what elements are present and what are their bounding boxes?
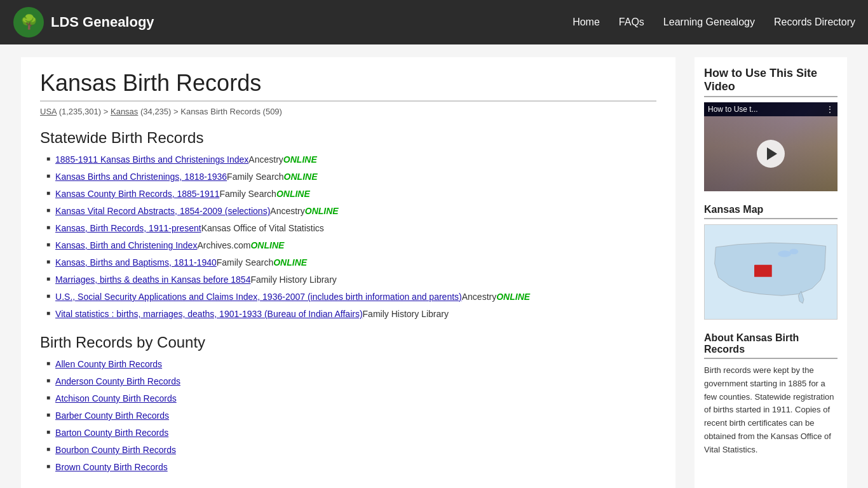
online-badge: ONLINE	[276, 187, 310, 201]
record-link[interactable]: U.S., Social Security Applications and C…	[55, 290, 462, 304]
online-badge: ONLINE	[250, 239, 284, 252]
list-item: Barton County Birth Records	[46, 426, 656, 440]
record-link[interactable]: Kansas County Birth Records, 1885-1911	[55, 187, 219, 201]
page-wrapper: Kansas Birth Records USA (1,235,301) > K…	[0, 44, 868, 488]
svg-point-4	[789, 249, 798, 255]
breadcrumb-usa[interactable]: USA	[40, 107, 57, 116]
list-item: Bourbon County Birth Records	[46, 444, 656, 457]
breadcrumb-sep1: >	[104, 107, 111, 116]
about-section-title: About Kansas Birth Records	[704, 332, 837, 359]
county-record-link[interactable]: Anderson County Birth Records	[55, 375, 180, 388]
record-link[interactable]: Marriages, births & deaths in Kansas bef…	[55, 273, 250, 287]
record-provider: Family History Library	[250, 273, 336, 287]
list-item: Anderson County Birth Records	[46, 375, 656, 388]
sidebar-about-section: About Kansas Birth Records Birth records…	[704, 332, 837, 457]
main-content: Kansas Birth Records USA (1,235,301) > K…	[21, 57, 675, 488]
county-records-list: Allen County Birth RecordsAnderson Count…	[40, 358, 656, 474]
list-item: Kansas, Births and Baptisms, 1811-1940 F…	[46, 256, 656, 269]
list-item: Vital statistics : births, marriages, de…	[46, 308, 656, 321]
county-record-link[interactable]: Brown County Birth Records	[55, 461, 168, 474]
about-text: Birth records were kept by the governmen…	[704, 364, 837, 457]
kansas-map[interactable]	[704, 224, 837, 320]
list-item: Brown County Birth Records	[46, 461, 656, 474]
online-badge: ONLINE	[305, 205, 339, 218]
record-provider: Ancestry	[270, 205, 304, 218]
list-item: Marriages, births & deaths in Kansas bef…	[46, 273, 656, 287]
county-record-link[interactable]: Allen County Birth Records	[55, 358, 162, 371]
list-item: Kansas Vital Record Abstracts, 1854-2009…	[46, 205, 656, 218]
video-overlay	[704, 116, 837, 191]
sidebar-video-section: How to Use This Site Video How to Use t.…	[704, 67, 837, 191]
nav-home[interactable]: Home	[573, 17, 600, 28]
list-item: Kansas, Birth Records, 1911-present Kans…	[46, 222, 656, 235]
record-link[interactable]: 1885-1911 Kansas Births and Christenings…	[55, 153, 248, 166]
breadcrumb-usa-count: (1,235,301)	[59, 107, 102, 116]
record-provider: Ancestry	[462, 290, 496, 304]
county-record-link[interactable]: Bourbon County Birth Records	[55, 444, 176, 457]
record-provider: Ancestry	[248, 153, 283, 166]
list-item: Allen County Birth Records	[46, 358, 656, 371]
svg-rect-5	[754, 265, 772, 277]
breadcrumb-kansas[interactable]: Kansas	[111, 107, 138, 116]
record-provider: Family History Library	[363, 308, 449, 321]
play-button[interactable]	[757, 140, 785, 168]
record-provider: Family Search	[227, 170, 283, 184]
navigation: 🌳 LDS Genealogy Home FAQs Learning Genea…	[0, 0, 868, 44]
video-bar-text: How to Use t...	[708, 105, 758, 114]
list-item: Kansas County Birth Records, 1885-1911 F…	[46, 187, 656, 201]
nav-links: Home FAQs Learning Genealogy Records Dir…	[573, 17, 855, 28]
record-link[interactable]: Kansas, Births and Baptisms, 1811-1940	[55, 256, 217, 269]
record-provider: Archives.com	[197, 239, 250, 252]
record-link[interactable]: Vital statistics : births, marriages, de…	[55, 308, 363, 321]
online-badge: ONLINE	[283, 153, 317, 166]
record-provider: Family Search	[219, 187, 276, 201]
breadcrumb-end: > Kansas Birth Records (509)	[173, 107, 282, 116]
record-link[interactable]: Kansas, Birth Records, 1911-present	[55, 222, 201, 235]
online-badge: ONLINE	[496, 290, 530, 304]
online-badge: ONLINE	[284, 170, 318, 184]
map-svg	[705, 225, 837, 319]
logo-text: LDS Genealogy	[51, 14, 154, 30]
statewide-records-list: 1885-1911 Kansas Births and Christenings…	[40, 153, 656, 321]
county-section-title: Birth Records by County	[40, 334, 656, 351]
record-provider: Kansas Office of Vital Statistics	[201, 222, 324, 235]
county-record-link[interactable]: Barber County Birth Records	[55, 409, 169, 423]
nav-learning[interactable]: Learning Genealogy	[663, 17, 755, 28]
nav-faqs[interactable]: FAQs	[619, 17, 644, 28]
video-menu-icon: ⋮	[826, 105, 834, 114]
map-section-title: Kansas Map	[704, 204, 837, 219]
online-badge: ONLINE	[273, 256, 307, 269]
record-provider: Family Search	[217, 256, 273, 269]
list-item: Kansas, Birth and Christening Index Arch…	[46, 239, 656, 252]
video-thumbnail[interactable]: How to Use t... ⋮	[704, 102, 837, 191]
logo-icon: 🌳	[13, 6, 44, 38]
statewide-section-title: Statewide Birth Records	[40, 129, 656, 147]
record-link[interactable]: Kansas Births and Christenings, 1818-193…	[55, 170, 227, 184]
county-record-link[interactable]: Atchison County Birth Records	[55, 392, 177, 405]
site-logo[interactable]: 🌳 LDS Genealogy	[13, 6, 154, 38]
nav-records[interactable]: Records Directory	[774, 17, 855, 28]
breadcrumb: USA (1,235,301) > Kansas (34,235) > Kans…	[40, 107, 656, 116]
list-item: 1885-1911 Kansas Births and Christenings…	[46, 153, 656, 166]
record-link[interactable]: Kansas, Birth and Christening Index	[55, 239, 197, 252]
county-record-link[interactable]: Barton County Birth Records	[55, 426, 168, 440]
record-link[interactable]: Kansas Vital Record Abstracts, 1854-2009…	[55, 205, 270, 218]
breadcrumb-kansas-count: (34,235)	[140, 107, 171, 116]
content-area: Kansas Birth Records USA (1,235,301) > K…	[21, 57, 847, 488]
video-section-title: How to Use This Site Video	[704, 67, 837, 97]
list-item: Atchison County Birth Records	[46, 392, 656, 405]
page-title: Kansas Birth Records	[40, 70, 656, 102]
svg-text:🌳: 🌳	[20, 13, 38, 30]
sidebar-map-section: Kansas Map	[704, 204, 837, 320]
sidebar: How to Use This Site Video How to Use t.…	[695, 57, 847, 488]
video-bar: How to Use t... ⋮	[704, 102, 837, 116]
list-item: U.S., Social Security Applications and C…	[46, 290, 656, 304]
list-item: Kansas Births and Christenings, 1818-193…	[46, 170, 656, 184]
svg-point-3	[778, 250, 791, 257]
list-item: Barber County Birth Records	[46, 409, 656, 423]
